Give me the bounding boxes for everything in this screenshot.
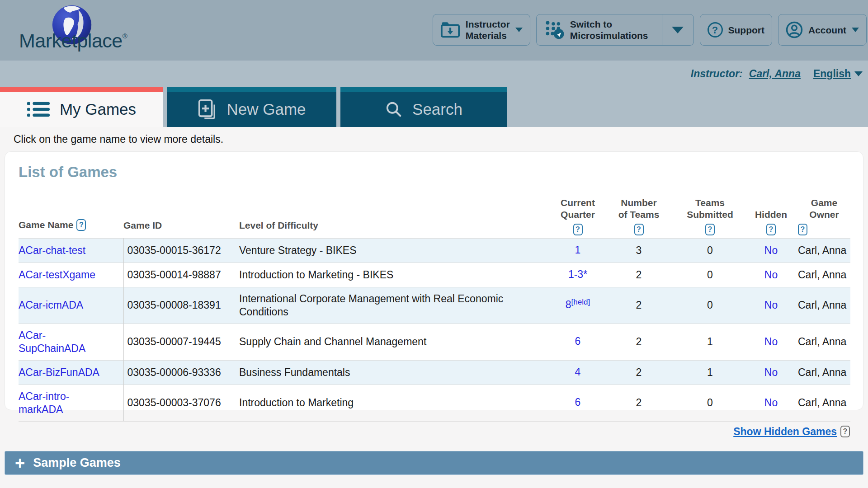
support-label: Support	[728, 24, 764, 36]
games-table: Game Name ? Game ID Level of Difficulty …	[19, 182, 850, 422]
help-icon[interactable]: ?	[766, 224, 776, 235]
sample-games-label: Sample Games	[33, 456, 121, 470]
card-title: List of Games	[19, 152, 849, 182]
difficulty-cell: International Corporate Management with …	[239, 287, 548, 324]
dropdown-caret-icon	[515, 28, 523, 32]
teams-submitted-cell: 0	[670, 263, 750, 287]
col-game-name: Game Name ?	[19, 182, 123, 238]
quarter-value: 4	[575, 366, 581, 378]
table-row: ACar-chat-test 03035-00015-36172 Venture…	[19, 238, 850, 263]
quarter-value: 1	[575, 244, 581, 256]
game-id-cell: 03035-00008-18391	[123, 287, 239, 324]
quarter-value: 8	[566, 299, 571, 310]
col-label: Current Quarter	[561, 197, 595, 221]
current-quarter-link[interactable]: 6	[575, 396, 581, 408]
switch-main-segment[interactable]: Switch to Microsimulations	[537, 14, 656, 45]
game-name-link[interactable]: ACar-BizFunADA	[19, 366, 99, 378]
tab-new-game[interactable]: New Game	[167, 87, 336, 127]
games-card: List of Games Game Name ? Game I	[5, 151, 863, 410]
game-name-link[interactable]: ACar-icmADA	[19, 299, 83, 311]
language-selector[interactable]: English	[813, 68, 863, 80]
help-icon[interactable]: ?	[634, 224, 644, 235]
num-teams-cell: 3	[607, 238, 670, 263]
switch-to-microsimulations-button[interactable]: Switch to Microsimulations	[536, 14, 694, 46]
game-name-link[interactable]: ACar-chat-test	[19, 244, 85, 256]
registered-mark: ®	[123, 32, 127, 40]
current-quarter-link[interactable]: 1	[575, 244, 581, 256]
hidden-toggle-link[interactable]: No	[764, 299, 778, 311]
help-icon[interactable]: ?	[705, 224, 715, 235]
current-quarter-link[interactable]: 1-3*	[568, 268, 587, 280]
col-label: Teams Submitted	[687, 197, 733, 221]
col-teams-submitted: Teams Submitted?	[670, 182, 750, 238]
col-game-owner: Game Owner?	[793, 182, 850, 238]
current-quarter-link[interactable]: 4	[575, 366, 581, 378]
show-hidden-row: Show Hidden Games ?	[0, 426, 868, 437]
hidden-toggle-link[interactable]: No	[764, 366, 778, 378]
difficulty-cell: Introduction to Marketing	[239, 385, 548, 421]
num-teams-cell: 2	[607, 324, 670, 360]
game-name-link[interactable]: ACar-intro-markADA	[19, 390, 69, 415]
button-label: Instructor Materials	[466, 19, 510, 41]
help-icon[interactable]: ?	[840, 426, 850, 437]
account-label: Account	[808, 24, 846, 36]
game-owner-cell: Carl, Anna	[793, 385, 850, 421]
quarter-note: [held]	[571, 298, 590, 306]
table-row: ACar-SupChainADA 03035-00007-19445 Suppl…	[19, 324, 850, 360]
col-label: Game Name	[19, 220, 73, 230]
tab-search[interactable]: Search	[340, 87, 507, 127]
game-name-link[interactable]: ACar-testXgame	[19, 269, 95, 281]
game-owner-cell: Carl, Anna	[793, 287, 850, 324]
game-id-cell: 03035-00015-36172	[123, 238, 239, 263]
game-name-link[interactable]: ACar-SupChainADA	[19, 329, 85, 354]
table-row: ACar-icmADA 03035-00008-18391 Internatio…	[19, 287, 850, 324]
help-icon[interactable]: ?	[76, 219, 86, 231]
switch-caret-segment[interactable]	[662, 14, 693, 45]
brand-name: Marketplace	[19, 30, 123, 52]
account-button[interactable]: Account	[778, 14, 867, 46]
marketplace-logo: Marketplace®	[19, 3, 146, 59]
table-row: ACar-BizFunADA 03035-00006-93336 Busines…	[19, 360, 850, 385]
instructor-name-link[interactable]: Carl, Anna	[749, 68, 801, 80]
teams-submitted-cell: 0	[670, 238, 750, 263]
col-game-id: Game ID	[123, 182, 239, 238]
table-header-row: Game Name ? Game ID Level of Difficulty …	[19, 182, 850, 238]
language-label[interactable]: English	[813, 68, 851, 80]
teams-submitted-cell: 1	[670, 324, 750, 360]
tab-label: Search	[412, 100, 462, 118]
hidden-toggle-link[interactable]: No	[764, 269, 778, 281]
help-icon[interactable]: ?	[798, 224, 807, 235]
num-teams-cell: 2	[607, 360, 670, 385]
current-quarter-link[interactable]: 6	[575, 335, 581, 347]
quarter-value: 1-3*	[568, 268, 587, 280]
help-icon[interactable]: ?	[573, 224, 583, 235]
new-game-icon	[198, 99, 217, 120]
game-id-cell: 03035-00014-98887	[123, 263, 239, 287]
num-teams-cell: 2	[607, 263, 670, 287]
sample-games-bar[interactable]: + Sample Games	[5, 451, 863, 475]
label-line2: Microsimulations	[570, 30, 648, 41]
active-tab-accent	[0, 87, 163, 92]
tab-bar: My Games New Game	[0, 87, 868, 127]
game-owner-cell: Carl, Anna	[793, 360, 850, 385]
table-row: ACar-intro-markADA 03035-00003-37076 Int…	[19, 385, 850, 421]
main-content: Click on the game name to view more deta…	[0, 133, 868, 488]
hidden-toggle-link[interactable]: No	[764, 397, 778, 408]
quarter-value: 6	[575, 335, 581, 347]
dropdown-caret-icon	[852, 28, 859, 32]
current-quarter-link[interactable]: 8[held]	[566, 299, 590, 310]
difficulty-cell: Supply Chain and Channel Management	[239, 324, 548, 360]
hidden-toggle-link[interactable]: No	[764, 336, 778, 347]
user-icon	[786, 21, 803, 38]
teams-submitted-cell: 0	[670, 385, 750, 421]
instructor-materials-button[interactable]: Instructor Materials	[433, 14, 530, 46]
tab-my-games[interactable]: My Games	[0, 87, 163, 127]
hidden-toggle-link[interactable]: No	[764, 244, 778, 256]
label-line1: Instructor	[466, 19, 510, 30]
label-line1: Switch to	[570, 19, 648, 30]
col-difficulty: Level of Difficulty	[239, 182, 548, 238]
show-hidden-games-link[interactable]: Show Hidden Games	[733, 426, 837, 438]
support-button[interactable]: ? Support	[700, 14, 772, 46]
difficulty-cell: Business Fundamentals	[239, 360, 548, 385]
teams-submitted-cell: 0	[670, 287, 750, 324]
